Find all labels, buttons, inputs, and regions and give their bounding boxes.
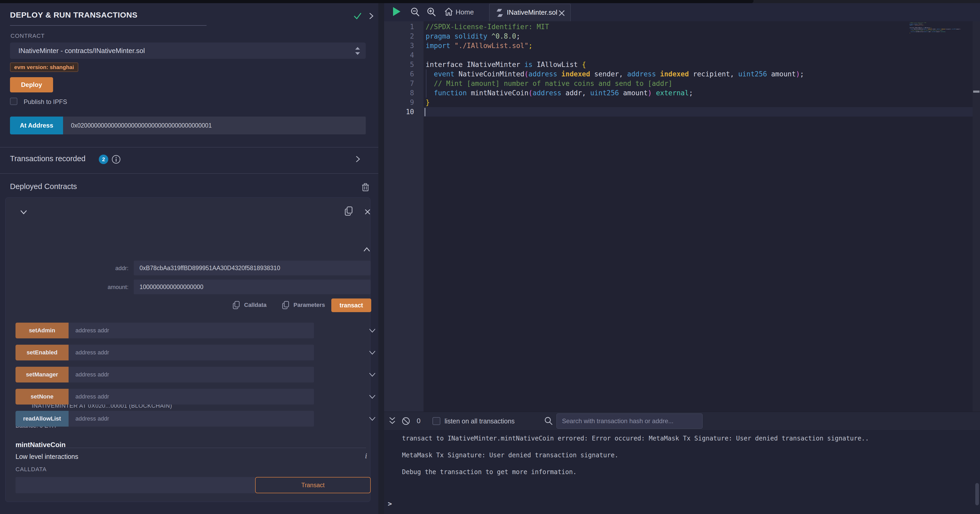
info-icon[interactable] xyxy=(111,155,121,164)
field-label-addr: addr: xyxy=(71,265,129,272)
code-content[interactable]: //SPDX-License-Identifier: MITpragma sol… xyxy=(426,22,804,117)
field-input-amount[interactable] xyxy=(134,279,371,294)
contract-label: CONTRACT xyxy=(11,33,45,40)
calldata-label: CALLDATA xyxy=(16,466,46,473)
low-level-calldata-input[interactable] xyxy=(16,477,255,493)
copy-parameters-icon[interactable] xyxy=(282,301,290,310)
function-row-readAllowList: readAllowList xyxy=(16,411,366,427)
panel-splitter[interactable] xyxy=(378,3,384,514)
zoom-in-icon[interactable] xyxy=(426,7,437,17)
listen-all-label: listen on all transactions xyxy=(445,417,515,425)
panel-collapse-chevron-icon[interactable] xyxy=(367,12,375,20)
readAllowList-expand-chevron-icon[interactable] xyxy=(369,415,376,422)
trash-icon[interactable] xyxy=(361,183,369,192)
function-row-setEnabled: setEnabled xyxy=(16,345,366,360)
code-line xyxy=(426,107,804,117)
setNone-input[interactable] xyxy=(68,389,314,405)
terminal-prompt[interactable]: > xyxy=(388,500,392,508)
setEnabled-input[interactable] xyxy=(68,345,314,360)
line-number: 6 xyxy=(393,69,414,79)
line-number: 9 xyxy=(393,98,414,107)
terminal-line: MetaMask Tx Signature: User denied trans… xyxy=(402,452,619,459)
code-editor[interactable]: 12345678910 //SPDX-License-Identifier: M… xyxy=(384,21,980,412)
close-tab-icon[interactable] xyxy=(558,10,565,17)
search-icon xyxy=(544,416,553,426)
deploy-button[interactable]: Deploy xyxy=(10,77,53,92)
copy-calldata-icon[interactable] xyxy=(232,301,240,310)
terminal-search-input[interactable] xyxy=(557,414,703,429)
tab-home[interactable]: Home xyxy=(456,8,474,16)
collapse-terminal-icon[interactable] xyxy=(388,416,397,426)
terminal-line: Debug the transaction to get more inform… xyxy=(402,468,577,476)
select-arrows-icon xyxy=(354,46,361,56)
line-number: 3 xyxy=(393,41,414,51)
setEnabled-button[interactable]: setEnabled xyxy=(16,345,68,360)
line-number: 7 xyxy=(393,79,414,88)
transactions-expand-chevron-icon[interactable] xyxy=(354,155,361,163)
parameters-copy-label[interactable]: Parameters xyxy=(293,301,325,308)
deployed-contracts-title: Deployed Contracts xyxy=(10,182,77,191)
instance-collapse-chevron-icon[interactable] xyxy=(20,208,28,216)
terminal-line: transact to INativeMinter.mintNativeCoin… xyxy=(402,435,869,442)
setManager-button[interactable]: setManager xyxy=(16,367,68,382)
divider xyxy=(16,447,366,448)
low-level-info-icon[interactable]: i xyxy=(365,451,367,460)
field-input-addr[interactable] xyxy=(134,261,371,275)
setNone-expand-chevron-icon[interactable] xyxy=(369,393,376,400)
at-address-input[interactable] xyxy=(63,117,366,135)
divider xyxy=(0,173,378,174)
calldata-copy-label[interactable]: Calldata xyxy=(244,301,267,308)
remove-instance-icon[interactable] xyxy=(364,209,371,215)
code-line: import "./IAllowList.sol"; xyxy=(426,41,804,51)
setManager-expand-chevron-icon[interactable] xyxy=(369,371,376,378)
contract-select[interactable]: INativeMinter - contracts/INativeMinter.… xyxy=(10,43,366,59)
setNone-button[interactable]: setNone xyxy=(16,389,68,405)
transact-button[interactable]: transact xyxy=(331,298,371,312)
listen-all-checkbox[interactable] xyxy=(433,417,440,425)
evm-version-badge: evm version: shanghai xyxy=(10,62,78,72)
pending-tx-count: 0 xyxy=(417,417,420,425)
line-number: 10 xyxy=(393,107,414,117)
editor-gutter: 12345678910 xyxy=(384,21,423,412)
transactions-count-badge: 2 xyxy=(99,155,108,164)
home-icon[interactable] xyxy=(444,7,453,17)
low-level-transact-button[interactable]: Transact xyxy=(255,477,371,493)
at-address-button[interactable]: At Address xyxy=(10,117,63,135)
divider xyxy=(0,147,378,148)
publish-ipfs-label: Publish to IPFS xyxy=(24,98,67,106)
zoom-out-icon[interactable] xyxy=(410,7,420,17)
line-number: 4 xyxy=(393,51,414,60)
setAdmin-expand-chevron-icon[interactable] xyxy=(369,327,376,334)
publish-ipfs-checkbox[interactable] xyxy=(10,98,18,105)
copy-address-icon[interactable] xyxy=(344,206,353,217)
window-top-strip-dark xyxy=(0,0,754,3)
terminal-scrollbar[interactable] xyxy=(975,483,979,505)
clear-console-icon[interactable] xyxy=(401,417,410,425)
run-script-play-icon[interactable] xyxy=(393,7,400,16)
setManager-input[interactable] xyxy=(68,367,314,382)
solidity-file-icon xyxy=(496,8,504,17)
code-line: } xyxy=(426,98,804,107)
code-line: event NativeCoinMinted(address indexed s… xyxy=(426,69,804,79)
setAdmin-button[interactable]: setAdmin xyxy=(16,323,68,338)
terminal-output[interactable]: transact to INativeMinter.mintNativeCoin… xyxy=(384,430,980,514)
code-line: //SPDX-License-Identifier: MIT xyxy=(426,22,804,32)
deployed-contract-card: INATIVEMINTER AT 0X020...00001 (BLOCKCHA… xyxy=(5,197,371,502)
panel-title: DEPLOY & RUN TRANSACTIONS xyxy=(10,11,137,19)
code-line: // Mint [amount] number of native coins … xyxy=(426,79,804,88)
tab-inativeminter[interactable]: INativeMinter.sol xyxy=(489,4,571,21)
code-line xyxy=(910,33,966,35)
function-collapse-chevron-icon[interactable] xyxy=(363,246,371,253)
readAllowList-input[interactable] xyxy=(68,411,314,427)
terminal-toolbar: 0 listen on all transactions xyxy=(384,412,980,430)
readAllowList-button[interactable]: readAllowList xyxy=(16,411,68,427)
function-row-setNone: setNone xyxy=(16,389,366,405)
editor-minimap[interactable]: //SPDX-License-Identifier: MITpragma sol… xyxy=(910,22,973,80)
window-top-strip xyxy=(0,0,980,3)
function-row-setAdmin: setAdmin xyxy=(16,323,366,338)
active-tab-label: INativeMinter.sol xyxy=(507,8,557,17)
overview-ruler[interactable] xyxy=(973,21,980,412)
setEnabled-expand-chevron-icon[interactable] xyxy=(369,349,376,356)
text-cursor xyxy=(425,108,425,116)
setAdmin-input[interactable] xyxy=(68,323,314,338)
